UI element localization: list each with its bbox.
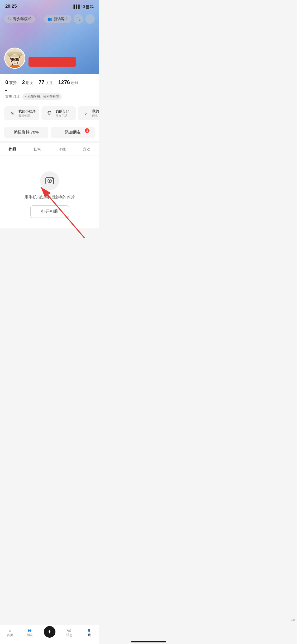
svg-point-3: [7, 55, 22, 57]
status-time: 20:25: [5, 4, 17, 9]
content-area: 0 获赞 2 朋友 77 关注 1276 粉丝: [0, 74, 99, 228]
open-album-button[interactable]: 打开相册: [30, 205, 69, 218]
svg-point-14: [9, 65, 21, 68]
edit-profile-label: 编辑资料 70%: [14, 130, 39, 134]
tab-favorites[interactable]: 收藏: [50, 143, 74, 155]
svg-point-5: [16, 58, 18, 61]
bio-area: 重庆·江北 + 添加学校、性别等标签: [0, 90, 99, 103]
empty-photo-icon: [45, 176, 54, 186]
status-icons: ▐▐▐ 4G ▓ 31: [72, 4, 94, 8]
following-stat[interactable]: 77 关注: [39, 79, 53, 85]
mini-app-programs-subtitle: 最近使用: [18, 114, 36, 118]
search-icon: 🔍: [76, 17, 81, 21]
mini-app-zaizai-title: 我的仔仔: [56, 109, 69, 114]
mini-app-music-info: 我的 已收: [92, 109, 99, 118]
mini-app-zaizai-info: 我的仔仔 朋友广场: [56, 109, 69, 118]
profile-header-bg: 20:25 ▐▐▐ 4G ▓ 31 🛡 青少年模式 👥 新访客 1 🔍: [0, 0, 99, 74]
mini-app-zaizai[interactable]: 仔 我的仔仔 朋友广场: [41, 106, 76, 120]
svg-point-17: [49, 180, 50, 182]
mini-app-music-icon: ♪: [82, 109, 90, 118]
tab-likes-label: 喜欢: [83, 147, 91, 151]
following-count: 77: [39, 79, 44, 85]
mini-app-programs-title: 我的小程序: [18, 109, 36, 114]
shield-icon: 🛡: [8, 17, 12, 21]
following-label: 关注: [46, 81, 53, 85]
stats-card: 0 获赞 2 朋友 77 关注 1276 粉丝: [0, 74, 99, 141]
mini-app-music-subtitle: 已收: [92, 114, 99, 118]
tab-likes[interactable]: 喜欢: [74, 143, 99, 155]
mini-apps-row: ✳ 我的小程序 最近使用 仔 我的仔仔 朋友广场 ♪ 我的: [0, 103, 99, 123]
group-icon: 👥: [48, 17, 52, 21]
status-bar: 20:25 ▐▐▐ 4G ▓ 31: [0, 0, 99, 11]
nav-right: 👥 新访客 1 🔍 ☰: [44, 14, 95, 24]
action-buttons: 编辑资料 70% 添加朋友 2: [0, 123, 99, 141]
youth-mode-label: 青少年模式: [13, 17, 31, 21]
network-type: 4G: [81, 4, 85, 8]
likes-count: 0: [5, 79, 8, 85]
profile-area: [0, 48, 99, 69]
likes-label: 获赞: [9, 81, 17, 85]
add-friend-button[interactable]: 添加朋友 2: [51, 127, 95, 138]
tab-private[interactable]: 私密: [25, 143, 50, 155]
svg-point-4: [11, 58, 14, 61]
tab-private-label: 私密: [33, 147, 41, 151]
add-friend-label: 添加朋友: [65, 130, 81, 134]
friends-count: 2: [22, 79, 25, 85]
battery-icon: ▓: [86, 4, 89, 8]
empty-state: 用手机拍过哪些惊艳的照片 打开相册: [0, 155, 99, 228]
youth-mode-button[interactable]: 🛡 青少年模式: [4, 15, 35, 23]
svg-point-6: [13, 59, 13, 59]
svg-point-18: [52, 178, 53, 179]
mini-app-music[interactable]: ♪ 我的 已收: [78, 106, 99, 120]
mini-app-programs-icon: ✳: [8, 109, 16, 118]
followers-count: 1276: [58, 79, 70, 85]
location-text: 重庆·江北: [5, 94, 20, 99]
tabs-row: 作品 私密 收藏 喜欢: [0, 143, 99, 155]
svg-point-11: [14, 61, 15, 62]
mini-app-music-title: 我的: [92, 109, 99, 114]
menu-icon: ☰: [88, 17, 92, 21]
friends-stat[interactable]: 2 朋友: [22, 79, 33, 85]
battery-level: 31: [90, 4, 94, 8]
mini-app-programs-info: 我的小程序 最近使用: [18, 109, 36, 118]
followers-label: 粉丝: [71, 81, 78, 85]
likes-stat: 0 获赞: [5, 79, 17, 85]
empty-icon-wrap: [40, 171, 59, 190]
stats-row: 0 获赞 2 朋友 77 关注 1276 粉丝: [0, 74, 99, 90]
page-wrapper: 20:25 ▐▐▐ 4G ▓ 31 🛡 青少年模式 👥 新访客 1 🔍: [0, 0, 99, 250]
avatar[interactable]: [4, 48, 25, 69]
avatar-face: [5, 48, 25, 68]
add-friend-badge: 2: [85, 128, 89, 133]
tab-favorites-label: 收藏: [58, 147, 66, 151]
name-redacted: [29, 57, 76, 67]
mini-app-programs[interactable]: ✳ 我的小程序 最近使用: [4, 106, 39, 120]
bio-dot: [5, 90, 7, 91]
signal-icon: ▐▐▐: [72, 4, 80, 8]
new-visitor-button[interactable]: 👥 新访客 1: [44, 15, 72, 23]
followers-stat[interactable]: 1276 粉丝: [58, 79, 79, 85]
avatar-svg: [5, 48, 25, 68]
svg-point-7: [17, 59, 18, 59]
edit-profile-button[interactable]: 编辑资料 70%: [4, 127, 48, 138]
mini-app-zaizai-subtitle: 朋友广场: [56, 114, 69, 118]
add-tag-button[interactable]: + 添加学校、性别等标签: [22, 93, 62, 100]
search-button[interactable]: 🔍: [74, 14, 83, 24]
location-tags: 重庆·江北 + 添加学校、性别等标签: [5, 93, 94, 100]
add-tag-label: + 添加学校、性别等标签: [25, 94, 59, 99]
mini-app-zaizai-icon: 仔: [45, 109, 54, 118]
menu-button[interactable]: ☰: [85, 14, 95, 24]
friends-label: 朋友: [26, 81, 33, 85]
tab-works[interactable]: 作品: [0, 143, 25, 155]
empty-text: 用手机拍过哪些惊艳的照片: [24, 195, 75, 200]
new-visitor-label: 新访客 1: [54, 17, 68, 21]
tab-works-label: 作品: [8, 147, 16, 151]
